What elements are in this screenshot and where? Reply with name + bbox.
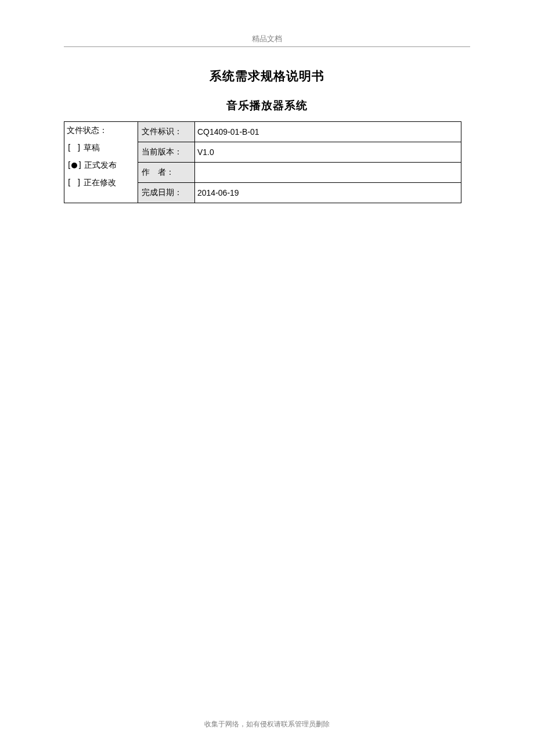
field-value-identifier: CQ1409-01-B-01 [195,122,461,142]
status-option-editing: [ ] 正在修改 [67,178,135,188]
field-value-date: 2014-06-19 [195,183,461,203]
document-title: 系统需求规格说明书 [64,68,470,84]
document-content: 系统需求规格说明书 音乐播放器系统 文件状态： [ ] 草稿 [] 正式发布 [… [64,68,470,203]
document-subtitle: 音乐播放器系统 [64,98,470,113]
status-label: 正式发布 [84,161,117,170]
status-option-published: [] 正式发布 [67,160,135,171]
field-label-date: 完成日期： [138,183,195,203]
header-text: 精品文档 [252,34,282,43]
status-cell: 文件状态： [ ] 草稿 [] 正式发布 [ ] 正在修改 [64,122,138,203]
page-footer: 收集于网络，如有侵权请联系管理员删除 [0,719,534,729]
filled-dot-icon [71,163,77,168]
page-header: 精品文档 [64,0,470,47]
status-heading: 文件状态： [67,125,135,136]
status-label: 正在修改 [84,178,116,187]
field-value-author [195,163,461,183]
status-option-draft: [ ] 草稿 [67,143,135,153]
field-label-identifier: 文件标识： [138,122,195,142]
status-label: 草稿 [84,143,100,152]
footer-text: 收集于网络，如有侵权请联系管理员删除 [204,720,330,728]
status-marker: [ ] [67,178,81,187]
field-label-version: 当前版本： [138,142,195,163]
document-info-table: 文件状态： [ ] 草稿 [] 正式发布 [ ] 正在修改 文件标识： CQ14… [64,121,461,203]
field-value-version: V1.0 [195,142,461,163]
field-label-author: 作 者： [138,163,195,183]
status-marker: [ ] [67,143,81,152]
status-marker: [] [67,160,82,170]
